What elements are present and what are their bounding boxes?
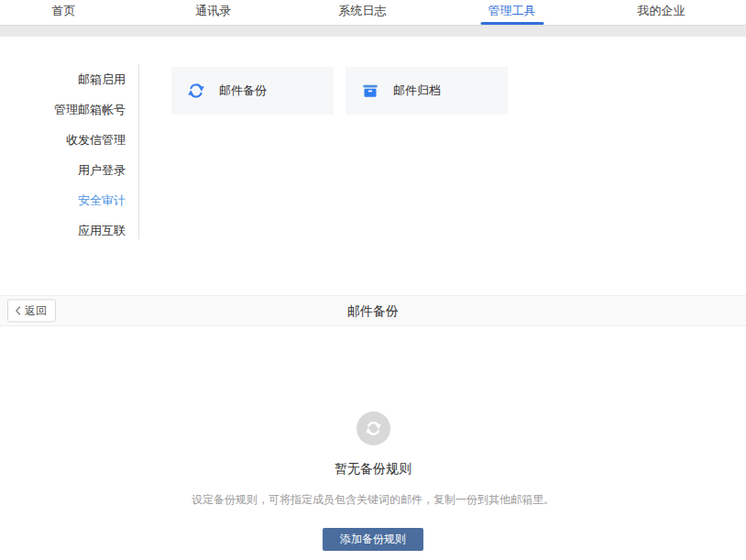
archive-icon	[361, 82, 379, 100]
sidebar-item-app-integration[interactable]: 应用互联	[0, 215, 138, 246]
card-mail-archive[interactable]: 邮件归档	[346, 67, 508, 115]
page-title: 邮件备份	[0, 296, 746, 325]
empty-state: 暂无备份规则 设定备份规则，可将指定成员包含关键词的邮件，复制一份到其他邮箱里。…	[0, 412, 746, 551]
tab-contacts[interactable]: 通讯录	[138, 0, 288, 25]
sync-icon	[187, 82, 205, 100]
card-label: 邮件归档	[393, 82, 441, 99]
tab-home[interactable]: 首页	[0, 0, 138, 25]
admin-console-page: 首页 通讯录 系统日志 管理工具 我的企业 邮箱启用 管理邮箱帐号 收发信管理 …	[0, 0, 746, 560]
chevron-left-icon	[15, 306, 21, 316]
empty-state-title: 暂无备份规则	[0, 461, 746, 478]
sidebar-item-security-audit[interactable]: 安全审计	[0, 185, 138, 215]
card-mail-backup[interactable]: 邮件备份	[171, 67, 334, 115]
top-nav: 首页 通讯录 系统日志 管理工具 我的企业	[0, 0, 736, 25]
divider-band	[0, 25, 746, 37]
sidebar-item-send-receive[interactable]: 收发信管理	[0, 125, 138, 155]
empty-state-description: 设定备份规则，可将指定成员包含关键词的邮件，复制一份到其他邮箱里。	[0, 492, 746, 508]
tab-my-company[interactable]: 我的企业	[587, 0, 736, 25]
back-button[interactable]: 返回	[7, 300, 56, 323]
add-backup-rule-button[interactable]: 添加备份规则	[323, 528, 423, 551]
detail-header-bar: 邮件备份 返回	[0, 295, 746, 326]
sidebar-item-mailbox-enable[interactable]: 邮箱启用	[0, 64, 138, 94]
tool-cards: 邮件备份 邮件归档	[171, 67, 508, 115]
tab-admin-tools[interactable]: 管理工具	[437, 0, 587, 25]
sidebar-item-user-login[interactable]: 用户登录	[0, 155, 138, 185]
tab-system-logs[interactable]: 系统日志	[288, 0, 437, 25]
card-label: 邮件备份	[219, 82, 267, 99]
back-button-label: 返回	[25, 303, 47, 319]
sidebar: 邮箱启用 管理邮箱帐号 收发信管理 用户登录 安全审计 应用互联	[0, 64, 139, 239]
sync-icon	[357, 412, 390, 445]
sidebar-item-manage-accounts[interactable]: 管理邮箱帐号	[0, 94, 138, 125]
